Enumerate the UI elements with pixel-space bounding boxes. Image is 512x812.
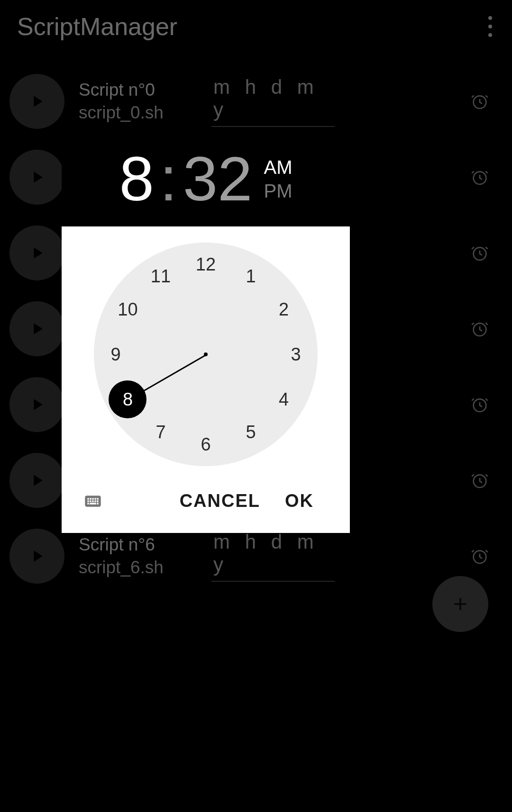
ok-button[interactable]: OK: [273, 484, 326, 518]
pm-toggle[interactable]: PM: [264, 179, 292, 203]
script-row: Script n°0script_0.shm h d m y: [9, 63, 503, 139]
add-script-fab[interactable]: +: [432, 576, 488, 632]
clock-hour-11[interactable]: 11: [146, 262, 175, 290]
clock-hour-10[interactable]: 10: [113, 295, 142, 324]
clock-face[interactable]: 121234567891011: [94, 243, 318, 466]
keyboard-icon[interactable]: [81, 492, 105, 511]
play-button[interactable]: [9, 453, 64, 508]
time-colon: :: [160, 148, 177, 210]
clock-hour-7[interactable]: 7: [146, 418, 175, 447]
alarm-icon[interactable]: [466, 391, 493, 418]
clock-hour-12[interactable]: 12: [192, 250, 220, 279]
alarm-icon[interactable]: [466, 316, 493, 342]
clock-hour-1[interactable]: 1: [237, 262, 265, 290]
clock-hour-3[interactable]: 3: [282, 340, 310, 369]
script-title: Script n°0: [79, 80, 202, 100]
alarm-icon[interactable]: [466, 543, 493, 569]
cron-input[interactable]: m h d m y: [211, 531, 335, 582]
clock-hour-5[interactable]: 5: [237, 418, 265, 447]
time-picker-header: 8 : 32 AM PM: [62, 132, 350, 226]
play-button[interactable]: [9, 74, 64, 129]
script-text: Script n°6script_6.sh: [79, 534, 202, 578]
play-button[interactable]: [9, 377, 64, 432]
alarm-icon[interactable]: [466, 240, 493, 266]
time-picker-dialog: 8 : 32 AM PM 121234567891011 CANCEL OK: [62, 132, 350, 533]
plus-icon: +: [453, 590, 467, 618]
clock-center-dot: [204, 352, 208, 356]
cancel-button[interactable]: CANCEL: [167, 484, 273, 518]
alarm-icon[interactable]: [466, 88, 493, 115]
clock-hour-4[interactable]: 4: [270, 385, 298, 414]
script-filename: script_0.sh: [79, 102, 202, 123]
time-hour[interactable]: 8: [119, 148, 154, 210]
clock-hour-2[interactable]: 2: [270, 295, 298, 324]
play-button[interactable]: [9, 226, 64, 280]
play-button[interactable]: [9, 150, 64, 205]
script-title: Script n°6: [79, 534, 202, 555]
cron-input[interactable]: m h d m y: [211, 76, 335, 127]
play-button[interactable]: [9, 529, 64, 584]
alarm-icon[interactable]: [466, 467, 493, 494]
clock-hour-9[interactable]: 9: [101, 340, 130, 369]
clock-hour-6[interactable]: 6: [192, 430, 220, 459]
script-filename: script_6.sh: [79, 557, 202, 578]
script-text: Script n°0script_0.sh: [79, 80, 202, 124]
play-button[interactable]: [9, 301, 64, 356]
alarm-icon[interactable]: [466, 164, 493, 190]
time-minute[interactable]: 32: [183, 148, 253, 210]
app-title: ScriptManager: [17, 12, 177, 41]
am-toggle[interactable]: AM: [264, 155, 292, 179]
more-icon[interactable]: [488, 16, 492, 37]
